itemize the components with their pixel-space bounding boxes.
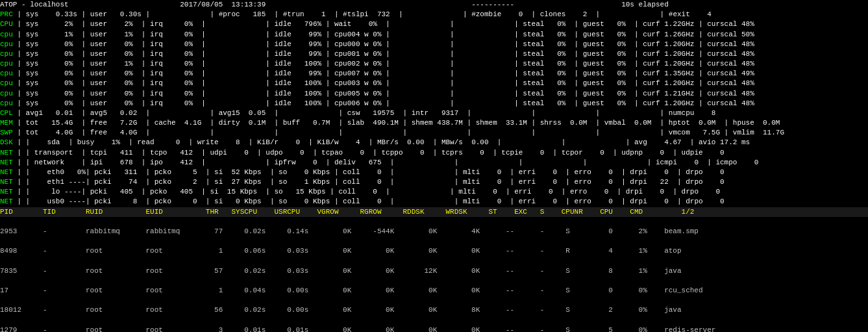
terminal-window: ATOP - localhost 2017/08/05 13:13:39 ---…: [0, 0, 868, 332]
terminal-output: ATOP - localhost 2017/08/05 13:13:39 ---…: [0, 0, 868, 332]
main-content: ATOP - localhost 2017/08/05 13:13:39 ---…: [0, 0, 868, 332]
